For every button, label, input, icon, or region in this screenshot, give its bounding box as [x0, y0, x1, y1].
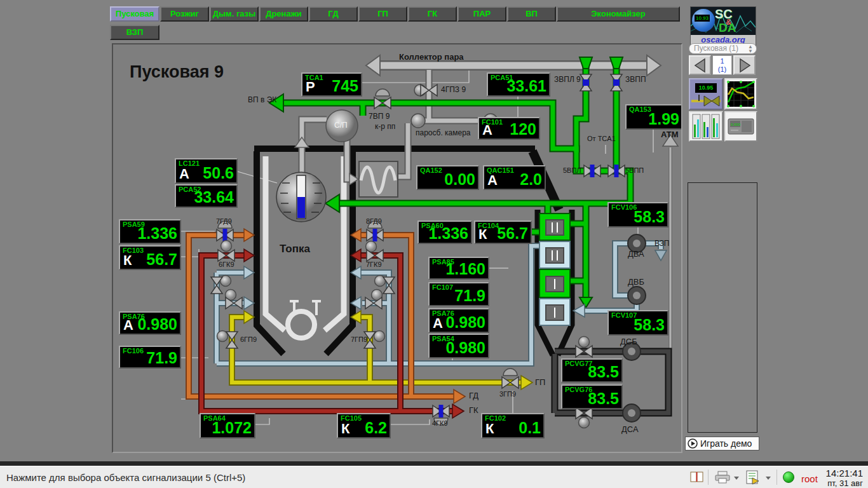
value-display-FC102[interactable]: FC102К0.1: [481, 413, 545, 438]
value-display-FC107[interactable]: FC10771.9: [428, 282, 489, 306]
display-tag: FC107: [432, 283, 453, 291]
label-ДСБ: ДСБ: [620, 337, 637, 346]
tab-row2-1[interactable]: ВЗП: [110, 25, 159, 40]
label-ДВА: ДВА: [628, 249, 644, 259]
tab-3[interactable]: Дым. газы: [210, 6, 259, 22]
value-display-PSA60[interactable]: PSA601.336: [417, 220, 472, 244]
label-Топка: Топка: [280, 243, 310, 255]
display-tag: FC106: [123, 347, 144, 355]
bar-gauges-icon: [691, 113, 721, 140]
tab-5[interactable]: ГД: [309, 6, 358, 22]
value-display-PSA64[interactable]: PSA641.072: [200, 413, 255, 438]
value-display-QAC151[interactable]: QAC151A2.0: [483, 165, 546, 190]
valve-icon[interactable]: [584, 165, 600, 177]
tab-4[interactable]: Дренажи: [259, 6, 308, 22]
value-display-PSA76[interactable]: PSA76A0.980: [428, 308, 489, 333]
play-demo-button[interactable]: Играть демо: [685, 437, 759, 451]
display-value: 745: [332, 77, 358, 95]
label-5ВПП: 5ВПП: [625, 166, 644, 174]
boiler-drum: [276, 172, 326, 222]
display-prefix: A: [482, 122, 492, 139]
clock-time: 14:21:41: [826, 468, 863, 478]
valve-icon[interactable]: [611, 74, 622, 91]
mimic-scheme[interactable]: Пусковая 9 TCA1P745PCA5133.61FC101A120QA…: [112, 43, 682, 453]
combo-spinner-icon[interactable]: ▲▼: [748, 44, 753, 53]
label-ГД: ГД: [469, 391, 478, 400]
value-display-FC104[interactable]: FC104К56.7: [474, 220, 532, 244]
page-indicator-button[interactable]: 1 (1): [712, 55, 732, 75]
value-display-FCV106[interactable]: FCV10658.3: [607, 202, 668, 227]
screen-select-combobox[interactable]: Пусковая (1) ▲▼: [689, 43, 757, 54]
tab-8[interactable]: ПАР: [458, 6, 506, 22]
label-ЗВПЛ-9: ЗВПЛ 9: [554, 75, 581, 84]
print-icon[interactable]: [714, 470, 731, 484]
label-к-р-пп: к-р пп: [375, 122, 395, 131]
display-value: 33.61: [506, 77, 546, 95]
valve-mnemo-icon: [690, 93, 722, 109]
display-value: 83.5: [588, 390, 619, 408]
value-display-QA152[interactable]: QA1520.00: [416, 165, 479, 190]
clock-date: пт, 31 авг: [826, 478, 863, 488]
value-display-FC101[interactable]: FC101A120: [478, 117, 540, 140]
panel-view-button[interactable]: 0.000: [724, 111, 757, 142]
oscada-logo[interactable]: 10.93 SC & DA oscada.org: [690, 6, 756, 46]
fan-icon[interactable]: [628, 287, 646, 304]
tab-1[interactable]: Пусковая: [110, 6, 159, 22]
clock: 14:21:41 пт, 31 авг: [826, 468, 863, 488]
play-demo-label: Играть демо: [700, 438, 752, 449]
label-ВП-в-ЭК: ВП в ЭК: [248, 95, 276, 104]
value-display-LC121[interactable]: LC121A50.6: [175, 158, 238, 184]
display-prefix: К: [478, 226, 487, 243]
tab-9[interactable]: ВП: [507, 6, 556, 22]
export-doc-icon[interactable]: [745, 470, 761, 485]
label-ГК: ГК: [469, 405, 478, 415]
value-display-PCA51[interactable]: PCA5133.61: [487, 72, 550, 97]
next-page-button[interactable]: [733, 55, 756, 75]
label-7ГП9: 7ГП9: [351, 336, 367, 343]
value-display-PCVG76[interactable]: PCVG7683.5: [561, 384, 623, 409]
display-value: 0.980: [137, 315, 177, 334]
scada-window: ПусковаяРозжигДым. газыДренажиГДГПГКПАРВ…: [0, 0, 868, 488]
tab-7[interactable]: ГК: [408, 6, 457, 22]
value-display-FCV107[interactable]: FCV10758.3: [607, 310, 668, 336]
tab-10[interactable]: Экономайзер: [557, 6, 680, 22]
fan-icon[interactable]: [623, 404, 641, 422]
display-value: 2.0: [520, 170, 542, 189]
valve-icon[interactable]: [580, 74, 592, 91]
value-display-PSA76[interactable]: PSA76A0.980: [119, 311, 181, 335]
display-value: 0.980: [445, 313, 485, 332]
display-value: 1.160: [445, 260, 485, 278]
value-display-FC105[interactable]: FC105К6.2: [337, 413, 391, 438]
value-display-PSA54[interactable]: PSA540.980: [428, 334, 489, 358]
display-value: 58.3: [634, 316, 665, 334]
current-user: root: [801, 473, 818, 484]
label-7ГК9: 7ГК9: [366, 261, 382, 268]
mnemo-view-button[interactable]: 10.95: [689, 78, 723, 110]
display-value: 1.336: [428, 224, 468, 243]
display-value: 0.00: [444, 170, 475, 189]
value-display-QA153[interactable]: QA1531.99: [625, 104, 682, 130]
trend-view-button[interactable]: [724, 78, 757, 110]
display-tag: QA152: [420, 166, 442, 174]
trend-chart-icon: [727, 81, 755, 107]
value-display-FC103[interactable]: FC103К56.7: [119, 245, 181, 270]
value-display-PSA59[interactable]: PSA591.336: [119, 219, 181, 244]
prev-page-button[interactable]: [689, 55, 711, 75]
gauges-view-button[interactable]: [689, 111, 723, 142]
doc-book-icon[interactable]: [689, 470, 705, 484]
arrow-right-icon: [737, 58, 752, 73]
value-display-TCA1[interactable]: TCA1P745: [301, 72, 362, 97]
tab-2[interactable]: Розжиг: [160, 6, 209, 22]
print-dropdown-icon[interactable]: [734, 477, 739, 480]
value-display-PSA85[interactable]: PSA851.160: [428, 257, 489, 280]
label-3ГП9: 3ГП9: [499, 390, 516, 398]
valve-icon[interactable]: [608, 165, 625, 177]
value-display-PCVG77[interactable]: PCVG7783.5: [561, 358, 623, 383]
export-dropdown-icon[interactable]: [766, 477, 771, 480]
display-prefix: P: [306, 79, 315, 95]
alarm-status-led[interactable]: [783, 471, 794, 483]
tab-6[interactable]: ГП: [358, 6, 407, 22]
value-display-FC106[interactable]: FC10671.9: [119, 346, 181, 369]
value-display-PCA52[interactable]: PCA5233.64: [175, 184, 238, 208]
display-value: 0.1: [519, 419, 541, 437]
